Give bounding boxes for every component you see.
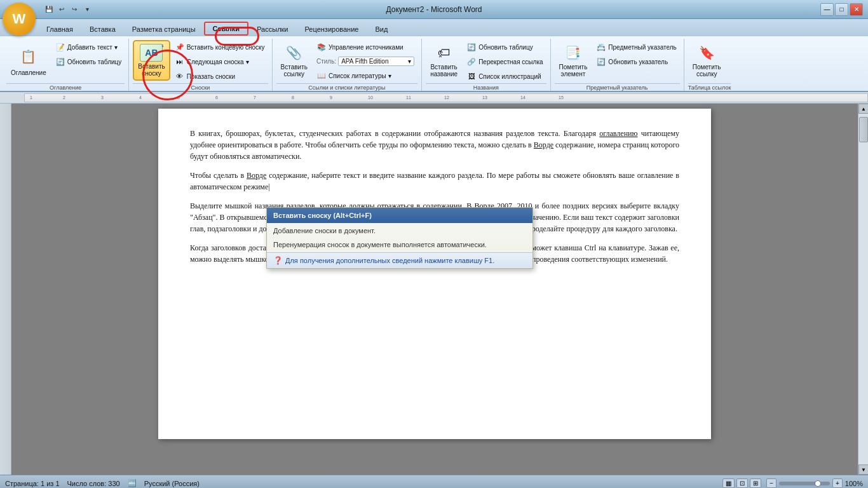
close-button[interactable]: ✕ — [850, 3, 863, 16]
scroll-down-button[interactable]: ▼ — [858, 464, 868, 475]
tab-mailings[interactable]: Рассылки — [248, 22, 296, 36]
toc-group-content: 📋 Оглавление 📝 Добавить текст ▾ 🔄 Обнови… — [6, 40, 125, 83]
next-footnote-arrow: ▾ — [246, 58, 249, 65]
footnotes-group-content: AB Вставить сноску 📌 Вставить концевую с… — [133, 40, 268, 83]
doc-para1: В книгах, брошюрах, буклетах, студенческ… — [190, 128, 679, 162]
window-title: Документ2 - Microsoft Word — [0, 5, 868, 14]
insert-index-button[interactable]: 📇 Предметный указатель — [593, 40, 679, 54]
index-group-label: Предметный указатель — [555, 83, 680, 91]
insert-caption-button[interactable]: 🏷 Вставить название — [426, 40, 462, 81]
ribbon-tabs: Главная Вставка Разметка страницы Ссылки… — [0, 19, 868, 36]
insert-caption-label: Вставить название — [430, 64, 458, 78]
index-group-content: 📑 Пометить элемент 📇 Предметный указател… — [555, 40, 680, 83]
update-toc-icon: 🔄 — [55, 57, 65, 67]
show-notes-button[interactable]: 👁 Показать сноски — [172, 69, 268, 83]
citation-icon: 📎 — [283, 43, 306, 62]
bibliography-button[interactable]: 📖 Список литературы ▾ — [313, 69, 417, 83]
next-footnote-icon: ⏭ — [175, 57, 185, 67]
next-footnote-label: Следующая сноска — [187, 58, 244, 65]
status-bar: Страница: 1 из 1 Число слов: 330 🔤 Русск… — [0, 475, 868, 488]
zoom-slider[interactable] — [779, 482, 830, 485]
maximize-button[interactable]: □ — [835, 3, 848, 16]
minimize-button[interactable]: — — [820, 3, 834, 16]
footnote-ab-icon: AB — [140, 44, 163, 62]
view-fullscreen-button[interactable]: ⊡ — [736, 478, 748, 488]
quick-access-dropdown[interactable]: ▾ — [81, 4, 93, 15]
fig-list-button[interactable]: 🖼 Список иллюстраций — [463, 69, 546, 83]
show-notes-icon: 👁 — [175, 71, 185, 81]
toc-label: Оглавление — [11, 69, 46, 76]
zoom-out-button[interactable]: − — [766, 478, 776, 488]
captions-group-label: Названия — [426, 83, 546, 91]
citations-small-group: 📚 Управление источниками Стиль: APA Fift… — [313, 40, 417, 83]
bibliography-arrow: ▾ — [388, 72, 391, 79]
main-area: Вставить сноску (Alt+Ctrl+F) Добавление … — [0, 104, 868, 475]
insert-endnote-button[interactable]: 📌 Вставить концевую сноску — [172, 40, 268, 54]
tooltip-title: Вставить сноску (Alt+Ctrl+F) — [267, 208, 532, 223]
mark-citation-button[interactable]: 🔖 Пометить ссылку — [688, 40, 726, 81]
zoom-control: − + 100% — [766, 478, 863, 488]
style-dropdown-row[interactable]: Стиль: APA Fifth Edition ▾ — [313, 55, 417, 68]
manage-sources-label: Управление источниками — [329, 44, 403, 51]
zoom-in-button[interactable]: + — [832, 478, 843, 488]
insert-footnote-button[interactable]: AB Вставить сноску — [133, 40, 170, 81]
update-captions-button[interactable]: 🔄 Обновить таблицу — [463, 40, 546, 54]
add-text-button[interactable]: 📝 Добавить текст ▾ — [52, 40, 125, 54]
vertical-scrollbar[interactable]: ▲ ▼ — [858, 104, 868, 475]
tab-page-layout[interactable]: Разметка страницы — [124, 22, 204, 36]
style-select[interactable]: APA Fifth Edition ▾ — [338, 57, 414, 66]
insert-index-icon: 📇 — [596, 42, 606, 52]
tab-view[interactable]: Вид — [367, 22, 396, 36]
underline-word1: Ворде — [534, 140, 553, 149]
manage-sources-icon: 📚 — [316, 42, 327, 52]
update-toc-button[interactable]: 🔄 Обновить таблицу — [52, 55, 125, 69]
add-text-icon: 📝 — [55, 42, 65, 52]
view-print-button[interactable]: ▦ — [722, 478, 735, 488]
tooltip-desc1: Добавление сноски в документ. — [267, 223, 532, 238]
status-page: Страница: 1 из 1 — [5, 480, 60, 487]
scroll-up-button[interactable]: ▲ — [858, 104, 868, 114]
zoom-slider-thumb[interactable] — [815, 480, 821, 487]
cross-ref-icon: 🔗 — [466, 57, 477, 67]
tab-insert[interactable]: Вставка — [81, 22, 124, 36]
view-web-button[interactable]: ⊞ — [750, 478, 761, 488]
status-right: ▦ ⊡ ⊞ − + 100% — [722, 478, 863, 488]
scroll-track[interactable] — [858, 114, 868, 464]
ribbon: Главная Вставка Разметка страницы Ссылки… — [0, 19, 868, 92]
insert-citation-button[interactable]: 📎 Вставить ссылку — [276, 40, 312, 81]
footnotes-small-group: 📌 Вставить концевую сноску ⏭ Следующая с… — [172, 40, 268, 83]
mark-entry-button[interactable]: 📑 Пометить элемент — [555, 40, 592, 81]
tab-home[interactable]: Главная — [38, 22, 81, 36]
save-button[interactable]: 💾 — [43, 4, 55, 15]
tab-references[interactable]: Ссылки — [204, 22, 249, 36]
citations-table-group-content: 🔖 Пометить ссылку — [688, 40, 731, 83]
title-bar: 💾 ↩ ↪ ▾ Документ2 - Microsoft Word — □ ✕ — [0, 0, 868, 19]
toc-button[interactable]: 📋 Оглавление — [6, 40, 51, 81]
mark-citation-icon: 🔖 — [695, 43, 718, 62]
tooltip-link[interactable]: ❓ Для получения дополнительных сведений … — [267, 252, 532, 268]
cross-ref-label: Перекрестная ссылка — [478, 58, 543, 65]
next-footnote-button[interactable]: ⏭ Следующая сноска ▾ — [172, 55, 268, 69]
show-notes-label: Показать сноски — [187, 73, 235, 80]
update-index-button[interactable]: 🔄 Обновить указатель — [593, 55, 679, 69]
status-lang: Русский (Россия) — [144, 480, 200, 487]
manage-sources-button[interactable]: 📚 Управление источниками — [313, 40, 417, 54]
redo-button[interactable]: ↪ — [69, 4, 80, 15]
toc-small-group: 📝 Добавить текст ▾ 🔄 Обновить таблицу — [52, 40, 125, 69]
quick-access-toolbar: 💾 ↩ ↪ ▾ — [43, 4, 93, 15]
office-button[interactable]: W — [3, 3, 36, 36]
zoom-value: 100% — [845, 480, 863, 487]
citations-table-group-label: Таблица ссылок — [688, 83, 731, 91]
cross-ref-button[interactable]: 🔗 Перекрестная ссылка — [463, 55, 546, 69]
endnote-icon: 📌 — [175, 42, 185, 52]
captions-group-content: 🏷 Вставить название 🔄 Обновить таблицу 🔗… — [426, 40, 546, 83]
underline-word2: Ворде — [247, 171, 266, 180]
undo-button[interactable]: ↩ — [56, 4, 67, 15]
ribbon-group-citations-table: 🔖 Пометить ссылку Таблица ссылок — [684, 39, 735, 91]
document-area[interactable]: Вставить сноску (Alt+Ctrl+F) Добавление … — [11, 104, 858, 475]
ruler-area: 1 2 3 4 5 6 7 8 9 10 11 12 13 14 15 — [0, 92, 868, 104]
tooltip-desc2: Перенумерация сносок в документе выполня… — [267, 238, 532, 252]
scroll-thumb[interactable] — [859, 117, 868, 142]
tab-review[interactable]: Рецензирование — [297, 22, 367, 36]
mark-citation-label: Пометить ссылку — [693, 64, 721, 78]
